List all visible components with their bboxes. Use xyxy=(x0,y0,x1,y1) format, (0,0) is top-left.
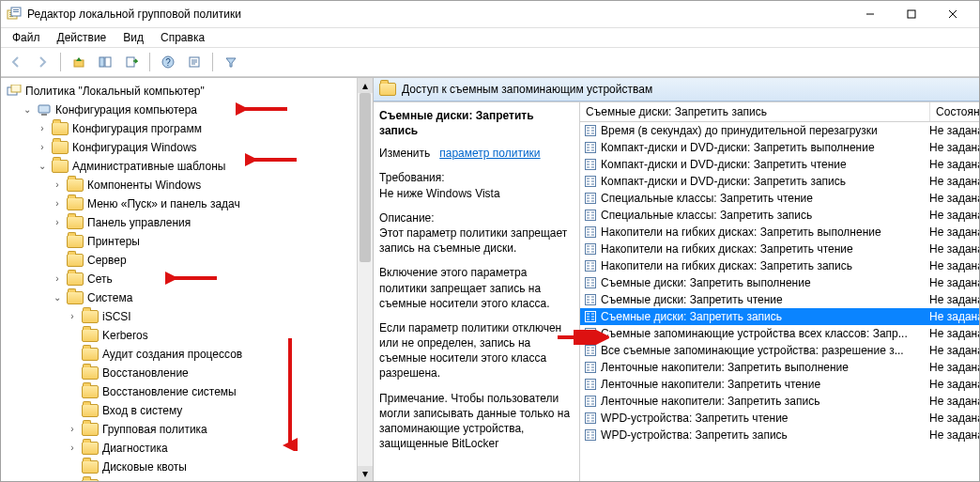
tree-item[interactable]: Вход в систему xyxy=(65,401,355,420)
tree-item[interactable]: ›Сеть xyxy=(50,270,355,288)
tree-item[interactable]: Дисковые квоты xyxy=(65,458,355,476)
menu-view[interactable]: Вид xyxy=(115,29,151,46)
expand-icon[interactable]: › xyxy=(67,443,78,454)
expand-icon[interactable]: › xyxy=(67,424,78,435)
tree-label: Диагностика xyxy=(102,442,168,455)
expand-icon[interactable]: › xyxy=(37,142,48,153)
policy-name: Все съемные запоминающие устройства: раз… xyxy=(601,344,904,357)
close-button[interactable] xyxy=(932,1,973,27)
policy-row[interactable]: Компакт-диски и DVD-диски: Запретить вып… xyxy=(580,139,980,156)
policy-state: Не задана xyxy=(926,293,980,306)
tree-label: iSCSI xyxy=(102,310,131,323)
tree-item[interactable]: ›Меню «Пуск» и панель задач xyxy=(50,194,355,213)
tree-item[interactable]: ›Панель управления xyxy=(50,213,355,232)
main-body: Политика "Локальный компьютер" ⌄ Конфигу… xyxy=(1,77,979,481)
tree-item[interactable]: ›Компоненты Windows xyxy=(50,176,355,194)
col-state[interactable]: Состояние xyxy=(930,102,980,121)
properties-button[interactable] xyxy=(183,51,206,73)
policy-row[interactable]: Время (в секундах) до принудительной пер… xyxy=(580,122,980,139)
policy-row[interactable]: Компакт-диски и DVD-диски: Запретить чте… xyxy=(580,156,980,173)
collapse-icon[interactable]: ⌄ xyxy=(22,104,33,116)
tree-root[interactable]: Политика "Локальный компьютер" xyxy=(5,82,355,101)
policy-state: Не задана xyxy=(926,158,980,171)
policy-icon xyxy=(584,428,597,442)
edit-policy-link[interactable]: параметр политики xyxy=(439,147,540,160)
description-pane: Съемные диски: Запретить запись Изменить… xyxy=(374,102,580,481)
policy-state: Не задана xyxy=(926,428,980,442)
policy-row[interactable]: WPD-устройства: Запретить чтениеНе задан… xyxy=(580,410,980,427)
policy-row[interactable]: Съемные диски: Запретить выполнениеНе за… xyxy=(580,274,980,291)
maximize-button[interactable] xyxy=(891,1,932,27)
scroll-down-icon[interactable]: ▾ xyxy=(358,466,373,481)
policy-row[interactable]: Ленточные накопители: Запретить записьНе… xyxy=(580,393,980,410)
policy-row[interactable]: Съемные запоминающие устройства всех кла… xyxy=(580,325,980,342)
expand-icon[interactable]: › xyxy=(52,217,63,228)
scroll-up-icon[interactable]: ▴ xyxy=(358,78,373,93)
policy-row[interactable]: Ленточные накопители: Запретить чтениеНе… xyxy=(580,376,980,393)
tree-item[interactable]: ›Диспетчер сервера xyxy=(65,476,355,481)
policy-icon xyxy=(584,192,597,205)
export-list-button[interactable] xyxy=(120,51,143,73)
policy-row[interactable]: Накопители на гибких дисках: Запретить в… xyxy=(580,224,980,241)
collapse-icon[interactable]: ⌄ xyxy=(37,161,48,172)
details-header-label: Доступ к съемным запоминающим устройства… xyxy=(402,83,652,96)
policy-icon xyxy=(584,412,597,425)
policy-row[interactable]: Съемные диски: Запретить чтениеНе задана xyxy=(580,291,980,308)
policy-name: Время (в секундах) до принудительной пер… xyxy=(601,124,878,137)
tree-item[interactable]: Сервер xyxy=(50,251,355,270)
help-button[interactable]: ? xyxy=(157,51,179,73)
expand-icon[interactable]: › xyxy=(52,179,63,191)
policy-row[interactable]: Накопители на гибких дисках: Запретить ч… xyxy=(580,241,980,257)
tree-item[interactable]: ›Конфигурация Windows xyxy=(35,138,355,157)
tree-label: Восстановление системы xyxy=(102,385,237,398)
col-setting[interactable]: Съемные диски: Запретить запись xyxy=(580,102,930,121)
folder-icon xyxy=(82,460,99,474)
policy-row[interactable]: Все съемные запоминающие устройства: раз… xyxy=(580,342,980,359)
tree-computer-config[interactable]: ⌄ Конфигурация компьютера xyxy=(20,101,355,119)
tree-item[interactable]: Принтеры xyxy=(50,232,355,251)
filter-button[interactable] xyxy=(220,51,242,73)
policy-root-icon xyxy=(7,85,22,98)
tree-label: Панель управления xyxy=(87,216,191,229)
tree-item[interactable]: Аудит создания процессов xyxy=(65,345,355,364)
minimize-button[interactable] xyxy=(850,1,891,27)
show-hide-tree-button[interactable] xyxy=(94,51,116,73)
expand-icon[interactable]: › xyxy=(67,311,78,322)
tree-item[interactable]: Восстановление системы xyxy=(65,382,355,401)
tree-item[interactable]: ›Конфигурация программ xyxy=(35,119,355,138)
back-button[interactable] xyxy=(5,51,27,73)
policy-row[interactable]: Накопители на гибких дисках: Запретить з… xyxy=(580,257,980,274)
tree-item[interactable]: ›iSCSI xyxy=(65,307,355,326)
toolbar-separator xyxy=(212,53,213,71)
tree-item[interactable]: Восстановление xyxy=(65,364,355,382)
folder-icon xyxy=(52,141,69,154)
policy-row[interactable]: Специальные классы: Запретить чтениеНе з… xyxy=(580,190,980,207)
policy-row[interactable]: Компакт-диски и DVD-диски: Запретить зап… xyxy=(580,173,980,190)
tree-item[interactable]: Kerberos xyxy=(65,326,355,345)
description-text: Этот параметр политики запрещает запись … xyxy=(379,225,572,256)
policy-row[interactable]: Специальные классы: Запретить записьНе з… xyxy=(580,207,980,224)
scroll-thumb[interactable] xyxy=(360,93,371,262)
policy-tree[interactable]: Политика "Локальный компьютер" ⌄ Конфигу… xyxy=(1,78,357,481)
expand-icon[interactable]: › xyxy=(52,198,63,210)
policy-name: Накопители на гибких дисках: Запретить в… xyxy=(601,225,881,239)
tree-scrollbar[interactable]: ▴ ▾ xyxy=(357,78,373,481)
policy-row[interactable]: WPD-устройства: Запретить записьНе задан… xyxy=(580,427,980,443)
window: Редактор локальной групповой политики Фа… xyxy=(0,0,980,482)
expand-icon[interactable]: › xyxy=(37,123,48,134)
tree-item[interactable]: ›Групповая политика xyxy=(65,420,355,439)
menu-action[interactable]: Действие xyxy=(50,29,115,46)
tree-item[interactable]: ›Диагностика xyxy=(65,439,355,458)
forward-button[interactable] xyxy=(31,51,54,73)
collapse-icon[interactable]: ⌄ xyxy=(52,292,63,303)
policy-row[interactable]: Ленточные накопители: Запретить выполнен… xyxy=(580,359,980,376)
description-para4: Примечание. Чтобы пользователи могли зап… xyxy=(379,391,572,452)
policy-row[interactable]: Съемные диски: Запретить записьНе задана xyxy=(580,308,980,325)
expand-icon[interactable]: › xyxy=(52,273,63,285)
menu-help[interactable]: Справка xyxy=(153,29,212,46)
tree-system[interactable]: ⌄Система xyxy=(50,288,355,307)
up-folder-button[interactable] xyxy=(68,51,90,73)
expand-icon[interactable]: › xyxy=(67,480,78,481)
menu-file[interactable]: Файл xyxy=(5,29,48,46)
tree-admin-templates[interactable]: ⌄Административные шаблоны xyxy=(35,157,355,176)
